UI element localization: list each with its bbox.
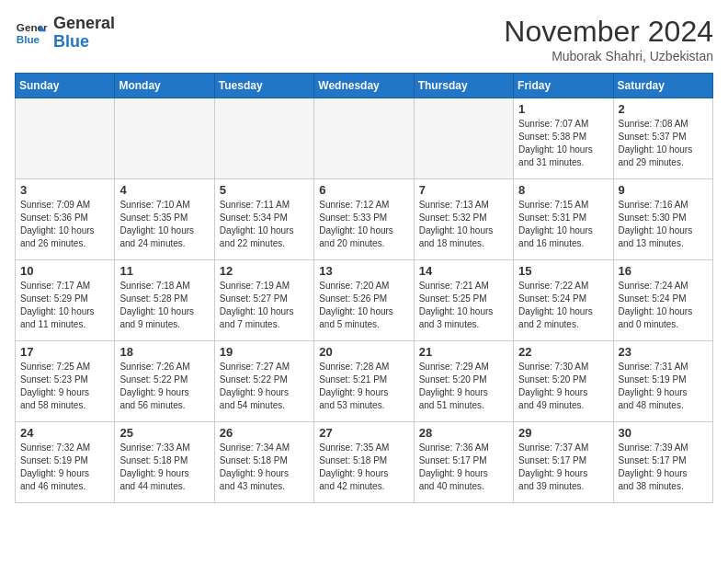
calendar-cell: 3Sunrise: 7:09 AM Sunset: 5:36 PM Daylig…: [16, 179, 115, 260]
day-number: 4: [119, 183, 209, 197]
calendar-cell: [16, 98, 115, 179]
day-number: 26: [220, 426, 309, 440]
day-info: Sunrise: 7:28 AM Sunset: 5:21 PM Dayligh…: [319, 361, 408, 412]
day-number: 9: [619, 183, 708, 197]
weekday-header-saturday: Saturday: [613, 74, 712, 98]
day-number: 7: [419, 183, 508, 197]
calendar-cell: 9Sunrise: 7:16 AM Sunset: 5:30 PM Daylig…: [613, 179, 712, 260]
day-number: 5: [220, 183, 309, 197]
day-number: 12: [220, 264, 309, 278]
day-number: 1: [518, 102, 608, 116]
page-header: General Blue General Blue November 2024 …: [15, 15, 713, 63]
day-number: 21: [419, 345, 508, 359]
weekday-header-tuesday: Tuesday: [214, 74, 313, 98]
day-number: 10: [20, 264, 109, 278]
day-number: 29: [518, 426, 608, 440]
day-number: 20: [319, 345, 408, 359]
calendar-cell: 23Sunrise: 7:31 AM Sunset: 5:19 PM Dayli…: [613, 341, 712, 422]
month-title: November 2024: [504, 15, 713, 49]
day-number: 16: [619, 264, 708, 278]
day-number: 30: [619, 426, 708, 440]
weekday-header-wednesday: Wednesday: [314, 74, 414, 98]
calendar-cell: 16Sunrise: 7:24 AM Sunset: 5:24 PM Dayli…: [613, 260, 712, 341]
calendar-cell: 28Sunrise: 7:36 AM Sunset: 5:17 PM Dayli…: [414, 422, 513, 503]
calendar-cell: 22Sunrise: 7:30 AM Sunset: 5:20 PM Dayli…: [514, 341, 613, 422]
day-number: 27: [319, 426, 408, 440]
calendar-cell: 25Sunrise: 7:33 AM Sunset: 5:18 PM Dayli…: [115, 422, 214, 503]
day-info: Sunrise: 7:20 AM Sunset: 5:26 PM Dayligh…: [319, 280, 408, 331]
weekday-header-thursday: Thursday: [414, 74, 513, 98]
calendar-cell: 29Sunrise: 7:37 AM Sunset: 5:17 PM Dayli…: [514, 422, 613, 503]
day-info: Sunrise: 7:19 AM Sunset: 5:27 PM Dayligh…: [220, 280, 309, 331]
calendar-cell: 14Sunrise: 7:21 AM Sunset: 5:25 PM Dayli…: [414, 260, 513, 341]
day-info: Sunrise: 7:32 AM Sunset: 5:19 PM Dayligh…: [20, 442, 109, 493]
day-info: Sunrise: 7:34 AM Sunset: 5:18 PM Dayligh…: [220, 442, 309, 493]
day-info: Sunrise: 7:08 AM Sunset: 5:37 PM Dayligh…: [619, 118, 708, 169]
calendar-cell: 24Sunrise: 7:32 AM Sunset: 5:19 PM Dayli…: [16, 422, 115, 503]
calendar-cell: [115, 98, 214, 179]
location: Muborak Shahri, Uzbekistan: [504, 49, 713, 63]
calendar-cell: 21Sunrise: 7:29 AM Sunset: 5:20 PM Dayli…: [414, 341, 513, 422]
day-number: 23: [619, 345, 708, 359]
logo: General Blue General Blue: [15, 15, 115, 52]
calendar-cell: 8Sunrise: 7:15 AM Sunset: 5:31 PM Daylig…: [514, 179, 613, 260]
day-number: 2: [619, 102, 708, 116]
day-info: Sunrise: 7:27 AM Sunset: 5:22 PM Dayligh…: [220, 361, 309, 412]
day-number: 24: [20, 426, 109, 440]
calendar-cell: 12Sunrise: 7:19 AM Sunset: 5:27 PM Dayli…: [214, 260, 313, 341]
day-info: Sunrise: 7:17 AM Sunset: 5:29 PM Dayligh…: [20, 280, 109, 331]
day-info: Sunrise: 7:35 AM Sunset: 5:18 PM Dayligh…: [319, 442, 408, 493]
weekday-header-monday: Monday: [115, 74, 214, 98]
calendar-cell: 1Sunrise: 7:07 AM Sunset: 5:38 PM Daylig…: [514, 98, 613, 179]
svg-text:General: General: [17, 21, 48, 33]
calendar-cell: 20Sunrise: 7:28 AM Sunset: 5:21 PM Dayli…: [314, 341, 414, 422]
day-number: 11: [119, 264, 209, 278]
calendar-cell: 30Sunrise: 7:39 AM Sunset: 5:17 PM Dayli…: [613, 422, 712, 503]
day-info: Sunrise: 7:26 AM Sunset: 5:22 PM Dayligh…: [119, 361, 209, 412]
day-number: 19: [220, 345, 309, 359]
day-info: Sunrise: 7:18 AM Sunset: 5:28 PM Dayligh…: [119, 280, 209, 331]
day-info: Sunrise: 7:37 AM Sunset: 5:17 PM Dayligh…: [518, 442, 608, 493]
day-info: Sunrise: 7:39 AM Sunset: 5:17 PM Dayligh…: [619, 442, 708, 493]
day-number: 22: [518, 345, 608, 359]
day-info: Sunrise: 7:10 AM Sunset: 5:35 PM Dayligh…: [119, 199, 209, 250]
calendar-cell: [214, 98, 313, 179]
day-info: Sunrise: 7:30 AM Sunset: 5:20 PM Dayligh…: [518, 361, 608, 412]
day-number: 25: [119, 426, 209, 440]
day-number: 14: [419, 264, 508, 278]
calendar-cell: 7Sunrise: 7:13 AM Sunset: 5:32 PM Daylig…: [414, 179, 513, 260]
day-number: 17: [20, 345, 109, 359]
calendar-cell: 11Sunrise: 7:18 AM Sunset: 5:28 PM Dayli…: [115, 260, 214, 341]
day-info: Sunrise: 7:25 AM Sunset: 5:23 PM Dayligh…: [20, 361, 109, 412]
day-number: 6: [319, 183, 408, 197]
day-number: 3: [20, 183, 109, 197]
calendar-cell: 4Sunrise: 7:10 AM Sunset: 5:35 PM Daylig…: [115, 179, 214, 260]
calendar-cell: 17Sunrise: 7:25 AM Sunset: 5:23 PM Dayli…: [16, 341, 115, 422]
weekday-header-friday: Friday: [514, 74, 613, 98]
svg-text:Blue: Blue: [17, 33, 40, 45]
day-info: Sunrise: 7:15 AM Sunset: 5:31 PM Dayligh…: [518, 199, 608, 250]
calendar-cell: 13Sunrise: 7:20 AM Sunset: 5:26 PM Dayli…: [314, 260, 414, 341]
day-number: 28: [419, 426, 508, 440]
calendar-cell: 15Sunrise: 7:22 AM Sunset: 5:24 PM Dayli…: [514, 260, 613, 341]
day-info: Sunrise: 7:24 AM Sunset: 5:24 PM Dayligh…: [619, 280, 708, 331]
day-info: Sunrise: 7:07 AM Sunset: 5:38 PM Dayligh…: [518, 118, 608, 169]
day-info: Sunrise: 7:22 AM Sunset: 5:24 PM Dayligh…: [518, 280, 608, 331]
day-info: Sunrise: 7:09 AM Sunset: 5:36 PM Dayligh…: [20, 199, 109, 250]
day-number: 8: [518, 183, 608, 197]
day-number: 18: [119, 345, 209, 359]
calendar-cell: 26Sunrise: 7:34 AM Sunset: 5:18 PM Dayli…: [214, 422, 313, 503]
day-info: Sunrise: 7:11 AM Sunset: 5:34 PM Dayligh…: [220, 199, 309, 250]
calendar-cell: 6Sunrise: 7:12 AM Sunset: 5:33 PM Daylig…: [314, 179, 414, 260]
day-number: 13: [319, 264, 408, 278]
calendar-table: SundayMondayTuesdayWednesdayThursdayFrid…: [15, 73, 713, 503]
day-info: Sunrise: 7:13 AM Sunset: 5:32 PM Dayligh…: [419, 199, 508, 250]
calendar-cell: 27Sunrise: 7:35 AM Sunset: 5:18 PM Dayli…: [314, 422, 414, 503]
day-info: Sunrise: 7:12 AM Sunset: 5:33 PM Dayligh…: [319, 199, 408, 250]
calendar-cell: [414, 98, 513, 179]
calendar-cell: 2Sunrise: 7:08 AM Sunset: 5:37 PM Daylig…: [613, 98, 712, 179]
calendar-cell: [314, 98, 414, 179]
logo-text: General Blue: [53, 15, 115, 52]
day-number: 15: [518, 264, 608, 278]
calendar-cell: 19Sunrise: 7:27 AM Sunset: 5:22 PM Dayli…: [214, 341, 313, 422]
